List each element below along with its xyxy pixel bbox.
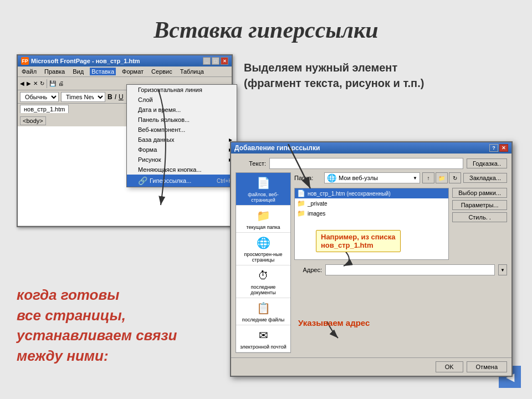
addr-input[interactable]: [325, 264, 495, 275]
addr-dropdown-btn[interactable]: ▼: [498, 264, 507, 275]
fp-minimize-btn[interactable]: _: [203, 57, 211, 65]
dialog-params-btn[interactable]: Параметры...: [452, 200, 507, 210]
menu-hline[interactable]: Горизонтальная линия: [127, 85, 237, 95]
panel-email-label: электронной почтой: [240, 344, 287, 350]
page-title: Вставка гиперссылки: [0, 0, 532, 43]
format-underline[interactable]: U: [119, 93, 124, 101]
dialog-footer: OK Отмена: [231, 357, 511, 376]
dialog-frame-btn[interactable]: Выбор рамки...: [452, 188, 507, 198]
menu-table[interactable]: Таблица: [178, 68, 206, 75]
list-annotation: Например, из списканов_стр_1.htm: [316, 230, 401, 252]
panel-current-label: текущая папка: [246, 224, 280, 230]
fp-titlebar: FP Microsoft FrontPage - нов_стр_1.htm _…: [18, 55, 232, 66]
menu-service[interactable]: Сервис: [150, 68, 174, 75]
menu-insert[interactable]: Вставка: [90, 68, 116, 75]
fp-file-tab[interactable]: нов_стр_1.htm: [20, 105, 69, 113]
folder-up-btn[interactable]: ↑: [422, 172, 434, 183]
panel-item-email[interactable]: ✉ электронной почтой: [236, 325, 290, 352]
files-icon: 📄: [255, 175, 271, 191]
address-annotation: Указываем адрес: [294, 316, 374, 330]
menu-view[interactable]: Вид: [71, 68, 85, 75]
file-icon-2: 📁: [297, 209, 305, 217]
format-italic[interactable]: I: [115, 93, 116, 101]
toolbar-fwd[interactable]: ▶: [27, 80, 31, 86]
dialog-close-btn[interactable]: ✕: [499, 144, 508, 152]
file-item-2[interactable]: 📁 images: [295, 208, 448, 218]
panel-item-files[interactable]: 📄 файлов, веб-страницей: [236, 173, 290, 206]
menu-anim-btn[interactable]: Меняющаяся кнопка...: [127, 165, 237, 175]
menu-datetime[interactable]: Дата и время...: [127, 105, 237, 115]
format-bold[interactable]: B: [108, 93, 112, 101]
folder-new-btn[interactable]: 📁: [436, 172, 448, 183]
panel-recent-doc-label: последние документы: [239, 284, 287, 295]
bottom-text: когда готовы все страницы, устанавливаем…: [17, 285, 177, 366]
folder-dropdown[interactable]: 🌐 Мои веб-узлы ▼: [324, 172, 420, 183]
dialog-window-buttons: ? ✕: [489, 144, 508, 152]
fp-menubar: Файл Правка Вид Вставка Формат Сервис Та…: [18, 66, 232, 77]
toolbar-sep: [47, 79, 47, 88]
menu-form[interactable]: Форма ▶: [127, 145, 237, 155]
format-style-dropdown[interactable]: Обычный: [20, 92, 59, 102]
menu-layer[interactable]: Слой: [127, 95, 237, 105]
dialog-help-btn[interactable]: ?: [489, 144, 498, 152]
file-item-0[interactable]: 📄 нов_стр_1.htm (несохраненный): [295, 188, 448, 198]
current-icon: 📁: [255, 208, 271, 223]
dialog-left-panel: 📄 файлов, веб-страницей 📁 текущая папка …: [236, 172, 291, 353]
address-row: Адрес: ▼: [294, 264, 507, 275]
toolbar-print[interactable]: 🖨: [58, 80, 64, 86]
browsed-icon: 🌐: [255, 235, 271, 250]
menu-database[interactable]: База данных ▶: [127, 135, 237, 145]
folder-row: Папка: 🌐 Мои веб-узлы ▼ ↑ 📁 ↻ Закладка..…: [294, 172, 507, 183]
menu-hyperlink[interactable]: 🔗 Гиперссылка... Ctrl+K: [127, 175, 237, 187]
addr-label: Адрес:: [294, 267, 322, 273]
folder-refresh-btn[interactable]: ↻: [449, 172, 461, 183]
toolbar-refresh[interactable]: ↻: [40, 80, 44, 86]
menu-image[interactable]: Рисунок ▶: [127, 155, 237, 165]
dialog-cancel-btn[interactable]: Отмена: [467, 361, 507, 372]
panel-item-current[interactable]: 📁 текущая папка: [236, 206, 290, 233]
menu-edit[interactable]: Правка: [43, 68, 66, 75]
dialog-text-input[interactable]: [269, 158, 463, 169]
menu-file[interactable]: Файл: [20, 68, 38, 75]
recent-doc-icon: ⏱: [255, 268, 271, 283]
panel-browsed-label: просмотрен-ные страницы: [239, 252, 287, 263]
panel-files-label: файлов, веб-страницей: [239, 192, 287, 203]
fp-window-buttons: _ □ ✕: [203, 57, 228, 65]
fp-close-btn[interactable]: ✕: [221, 57, 228, 65]
recent-files-icon: 📋: [255, 300, 271, 316]
fp-maximize-btn[interactable]: □: [212, 57, 219, 65]
folder-dropdown-icon: 🌐: [327, 173, 336, 182]
hyperlink-dialog: Добавление гиперссылки ? ✕ Текст: Годказ…: [230, 141, 513, 377]
toolbar-back[interactable]: ◀: [20, 80, 24, 86]
dialog-godkazka-btn[interactable]: Годказка..: [467, 158, 507, 168]
file-name-1: _private: [308, 201, 328, 207]
email-icon: ✉: [255, 328, 271, 343]
dialog-style-btn[interactable]: Стиль. .: [452, 212, 507, 222]
fp-app-icon: FP: [21, 57, 29, 65]
dialog-side-buttons: Выбор рамки... Параметры... Стиль. .: [452, 188, 507, 260]
file-icon-0: 📄: [297, 190, 305, 197]
insert-menu-dropdown: Горизонтальная линия Слой Дата и время..…: [126, 84, 237, 187]
toolbar-stop[interactable]: ✕: [33, 80, 38, 86]
folder-buttons: ↑ 📁 ↻: [422, 172, 461, 183]
frontpage-window: FP Microsoft FrontPage - нов_стр_1.htm _…: [17, 54, 233, 227]
file-item-1[interactable]: 📁 _private: [295, 198, 448, 208]
dialog-text-label: Текст:: [236, 160, 266, 167]
dialog-bookmark-btn[interactable]: Закладка...: [463, 173, 507, 183]
menu-webcomp[interactable]: Веб-компонент...: [127, 125, 237, 135]
panel-item-recent-doc[interactable]: ⏱ последние документы: [236, 265, 290, 298]
menu-format[interactable]: Формат: [120, 68, 145, 75]
dialog-ok-btn[interactable]: OK: [436, 361, 463, 372]
dialog-titlebar: Добавление гиперссылки ? ✕: [231, 142, 511, 154]
file-name-0: нов_стр_1.htm (несохраненный): [308, 191, 391, 197]
dropdown-arrow: ▼: [413, 176, 417, 181]
top-annotation-text: Выделяем нужный элемент(фрагмент текста,…: [244, 60, 515, 91]
panel-recent-files-label: последние файлы: [242, 317, 284, 323]
toolbar-save[interactable]: 💾: [49, 80, 56, 86]
panel-item-browsed[interactable]: 🌐 просмотрен-ные страницы: [236, 233, 290, 265]
menu-panel[interactable]: Панель ярлыков...: [127, 115, 237, 125]
panel-item-recent-files[interactable]: 📋 последние файлы: [236, 298, 290, 325]
format-font-dropdown[interactable]: Times New...: [61, 92, 105, 102]
folder-value: Мои веб-узлы: [339, 175, 378, 181]
dialog-text-row: Текст: Годказка..: [236, 158, 507, 169]
